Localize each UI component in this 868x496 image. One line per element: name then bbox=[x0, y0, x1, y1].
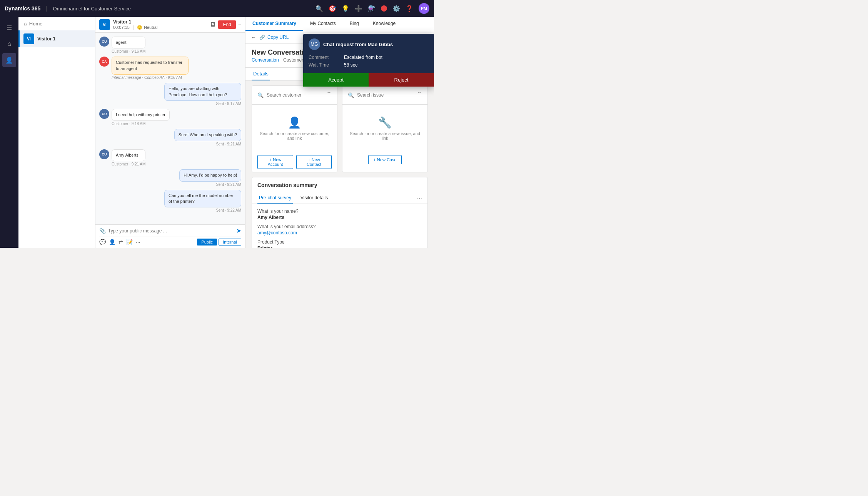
summary-content: What is your name? Amy Alberts What is y… bbox=[252, 204, 427, 248]
msg-meta-3: Sent · 9:17 AM bbox=[164, 102, 241, 106]
summary-more-button[interactable]: ··· bbox=[417, 195, 422, 202]
search-dots: --- bbox=[327, 90, 332, 100]
issue-card-actions: + New Case bbox=[342, 152, 427, 167]
msg-avatar-1: CU bbox=[99, 37, 109, 47]
customer-hint-text: Search for or create a new customer, and… bbox=[257, 131, 332, 140]
msg-meta-5: Sent · 9:21 AM bbox=[174, 142, 241, 146]
chat-messages: CU agent Customer · 9:16 AM CA Customer … bbox=[95, 33, 245, 224]
msg-meta-1: Customer · 9:16 AM bbox=[112, 49, 145, 53]
notification-header: MG Chat request from Mae Gibbs bbox=[303, 34, 434, 55]
accept-button[interactable]: Accept bbox=[303, 73, 369, 87]
home-label: Home bbox=[29, 21, 43, 27]
chat-icon-1[interactable]: 💬 bbox=[99, 239, 106, 245]
attach-button[interactable]: 📎 bbox=[99, 228, 106, 234]
msg-body-6: Amy Alberts Customer · 9:21 AM bbox=[112, 149, 145, 166]
notification-popup: MG Chat request from Mae Gibbs Comment E… bbox=[303, 34, 434, 87]
issue-card: 🔍 --- 🔧 Search for or create a new issue… bbox=[342, 85, 428, 172]
message-7: Hi Amy, I'd be happy to help! Sent · 9:2… bbox=[99, 169, 241, 186]
msg-meta-4: Customer · 9:18 AM bbox=[112, 122, 170, 126]
back-button[interactable]: ← bbox=[251, 34, 256, 40]
msg-body-2: Customer has requested to transfer to an… bbox=[112, 57, 189, 80]
message-5: Sure! Who am I speaking with? Sent · 9:2… bbox=[99, 129, 241, 146]
issue-empty-state: 🔧 Search for or create a new issue, and … bbox=[342, 105, 427, 152]
tab-knowledge[interactable]: Knowledge bbox=[366, 17, 402, 31]
home-icon: ⌂ bbox=[24, 21, 27, 27]
customer-search-input[interactable] bbox=[267, 92, 324, 98]
end-chat-button[interactable]: End bbox=[218, 20, 235, 29]
msg-body-8: Can you tell me the model number of the … bbox=[164, 190, 241, 213]
msg-avatar-4: CU bbox=[99, 109, 109, 119]
help-icon[interactable]: ❓ bbox=[406, 5, 413, 12]
msg-bubble-4: I need help with my printer bbox=[112, 109, 170, 121]
visitor-conv-item[interactable]: VI Visitor 1 bbox=[18, 30, 95, 47]
filter-icon[interactable]: ⚗️ bbox=[368, 5, 376, 12]
breadcrumb-link[interactable]: Conversation bbox=[252, 57, 279, 63]
reject-button[interactable]: Reject bbox=[369, 73, 434, 87]
app-body: ☰ ⌂ 👤 ⌂ Home VI Visitor 1 VI Visitor 1 0… bbox=[0, 17, 434, 248]
copy-url-button[interactable]: 🔗 Copy URL bbox=[259, 35, 289, 40]
tab-customer-summary[interactable]: Customer Summary bbox=[245, 17, 303, 31]
status-indicator bbox=[381, 5, 387, 12]
msg-meta-6: Customer · 9:21 AM bbox=[112, 162, 145, 166]
target-icon[interactable]: 🎯 bbox=[329, 5, 336, 12]
msg-bubble-1: agent bbox=[112, 37, 145, 48]
notification-avatar: MG bbox=[309, 38, 320, 50]
issue-hint-text: Search for or create a new issue, and li… bbox=[348, 131, 422, 140]
msg-meta-7: Sent · 9:21 AM bbox=[179, 182, 241, 187]
sidebar-visitor-icon[interactable]: 👤 bbox=[2, 53, 16, 67]
plus-icon[interactable]: ➕ bbox=[355, 5, 362, 12]
summary-field-name: What is your name? Amy Alberts bbox=[257, 209, 422, 220]
msg-avatar-2: CA bbox=[99, 57, 109, 67]
search-icon[interactable]: 🔍 bbox=[315, 5, 323, 12]
breadcrumb-separator: · bbox=[280, 57, 282, 63]
pre-chat-survey-tab[interactable]: Pre-chat survey bbox=[257, 193, 293, 204]
send-button[interactable]: ➤ bbox=[236, 227, 241, 234]
divider: | bbox=[133, 25, 134, 30]
issue-search-input[interactable] bbox=[357, 92, 415, 98]
settings-icon[interactable]: ⚙️ bbox=[392, 5, 400, 12]
wait-time-key: Wait Time bbox=[309, 62, 339, 68]
email-value: amy@contoso.com bbox=[257, 230, 422, 235]
home-nav-item[interactable]: ⌂ Home bbox=[18, 17, 95, 30]
lightbulb-icon[interactable]: 💡 bbox=[342, 5, 349, 12]
chat-icon-4[interactable]: 📝 bbox=[126, 239, 133, 245]
sidebar-menu-toggle[interactable]: ☰ bbox=[2, 21, 16, 35]
chat-visitor-avatar: VI bbox=[99, 19, 110, 30]
user-avatar[interactable]: PM bbox=[419, 3, 429, 14]
name-label: What is your name? bbox=[257, 209, 422, 214]
chat-more-icon[interactable]: ··· bbox=[136, 239, 140, 245]
app-name: Omnichannel for Customer Service bbox=[53, 6, 131, 12]
public-mode-button[interactable]: Public bbox=[197, 239, 217, 245]
name-value: Amy Alberts bbox=[257, 215, 422, 220]
new-case-button[interactable]: + New Case bbox=[368, 155, 401, 164]
msg-meta-8: Sent · 9:22 AM bbox=[164, 208, 241, 212]
new-account-button[interactable]: + New Account bbox=[257, 155, 293, 169]
minimize-button[interactable]: − bbox=[238, 22, 241, 28]
new-contact-button[interactable]: + New Contact bbox=[296, 155, 332, 169]
chat-icon-2[interactable]: 👤 bbox=[109, 239, 115, 245]
visitor-details-tab[interactable]: Visitor details bbox=[299, 193, 329, 204]
sidebar-home-icon[interactable]: ⌂ bbox=[2, 37, 16, 51]
chat-input[interactable] bbox=[108, 228, 234, 234]
summary-field-product: Product Type Printer bbox=[257, 239, 422, 248]
msg-bubble-8: Can you tell me the model number of the … bbox=[164, 190, 241, 208]
msg-bubble-3: Hello, you are chatting with Penelope. H… bbox=[164, 83, 241, 101]
msg-body-3: Hello, you are chatting with Penelope. H… bbox=[164, 83, 241, 106]
chat-visitor-name: Visitor 1 bbox=[113, 19, 157, 25]
left-panel: ⌂ Home VI Visitor 1 bbox=[18, 17, 95, 248]
comment-key: Comment bbox=[309, 55, 339, 60]
customer-search-bar: 🔍 --- bbox=[252, 86, 337, 105]
summary-title: Conversation summary bbox=[252, 177, 427, 193]
tab-my-contacts[interactable]: My Contacts bbox=[303, 17, 343, 31]
internal-mode-button[interactable]: Internal bbox=[219, 239, 241, 245]
chat-icon-3[interactable]: ⇄ bbox=[119, 239, 123, 245]
screen-icon[interactable]: 🖥 bbox=[210, 21, 216, 28]
summary-field-email: What is your email address? amy@contoso.… bbox=[257, 224, 422, 235]
details-tab[interactable]: Details bbox=[252, 68, 270, 80]
message-4: CU I need help with my printer Customer … bbox=[99, 109, 241, 126]
tab-bing[interactable]: Bing bbox=[343, 17, 366, 31]
wrench-icon: 🔧 bbox=[378, 116, 392, 129]
visitor-name-label: Visitor 1 bbox=[37, 36, 91, 42]
message-6: CU Amy Alberts Customer · 9:21 AM bbox=[99, 149, 241, 166]
chat-header: VI Visitor 1 00:07:15 | 🙂 Neutral 🖥 End bbox=[95, 17, 245, 33]
